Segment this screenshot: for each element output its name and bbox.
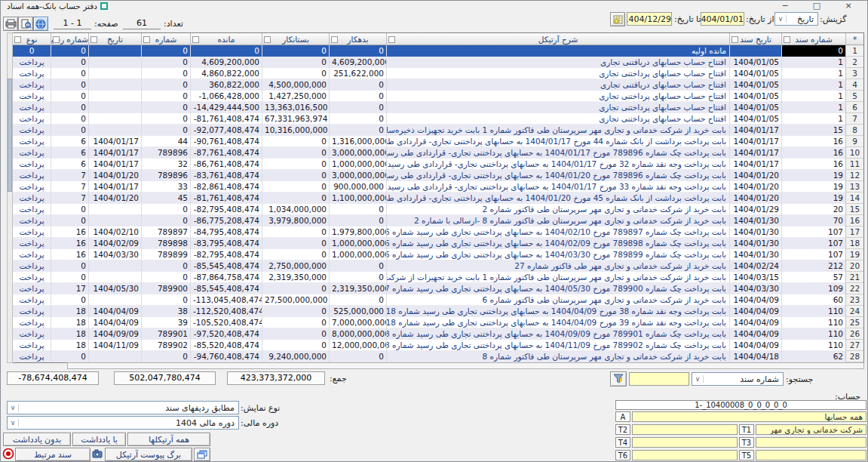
cell-type[interactable]: پرداخت [12, 340, 51, 351]
cell-credit[interactable]: 0 [262, 45, 329, 57]
ledger-row[interactable]: 202121404/02/24بابت خرید از شرکت خدماتی … [12, 260, 863, 272]
cell-n[interactable]: 3 [845, 68, 863, 79]
cell-date[interactable]: 1404/11/09 [88, 340, 141, 351]
cell-bal[interactable]: -112,520,408,474 [190, 306, 262, 317]
cell-desc[interactable]: افتتاح حساب حسابهای پرداختنی تجاری [386, 68, 729, 79]
cell-date[interactable]: 1404/01/20 [88, 192, 141, 204]
cell-ddate[interactable]: 1404/01/05 [729, 68, 781, 79]
cell-desc[interactable]: بابت خرید از شرکت خدماتی و تجاری مهر سرپ… [386, 204, 729, 215]
ledger-row[interactable]: 271101404/04/09بابت پرداخت چک شماره 7899… [12, 340, 863, 351]
search-input[interactable] [629, 372, 689, 386]
cell-doc[interactable]: 107 [781, 226, 845, 238]
column-option-box[interactable] [90, 36, 97, 43]
cell-credit[interactable]: 1,034,000,000 [262, 204, 329, 215]
cell-num[interactable]: 0 [141, 204, 190, 215]
close-button[interactable]: × [833, 1, 864, 11]
cell-credit[interactable]: 0 [262, 170, 329, 181]
cell-bal[interactable]: -1,066,428,000 [190, 91, 262, 102]
cell-debit[interactable]: 3,000,000,000 [329, 170, 386, 181]
print-preview-button[interactable] [18, 17, 33, 31]
cell-doc[interactable]: 16 [781, 147, 845, 159]
cell-date[interactable] [88, 102, 141, 113]
cell-type[interactable]: پرداخت [12, 283, 51, 294]
cell-n[interactable]: 20 [845, 260, 863, 272]
ledger-row[interactable]: 211404/01/05افتتاح حساب حسابهای دریافتنی… [12, 57, 863, 68]
ledger-row[interactable]: 23601404/04/09بابت خرید از شرکت خدماتی و… [12, 294, 863, 306]
column-header-doc[interactable]: شماره سند [781, 33, 845, 45]
cell-credit[interactable]: 0 [262, 181, 329, 192]
cell-desc[interactable]: بابت پرداخت وجه نقد شماره 33 مورخ 1404/0… [386, 181, 729, 192]
cell-bal[interactable]: -14,429,444,500 [190, 102, 262, 113]
cell-n[interactable]: 7 [845, 113, 863, 125]
cell-doc[interactable]: 19 [781, 170, 845, 181]
account-t1-tag[interactable]: T1 [739, 424, 754, 435]
cell-desc[interactable]: بابت پرداخت چک شماره 789899 مورخ 1404/03… [386, 249, 729, 260]
cell-rec[interactable]: 16 [51, 226, 88, 238]
cell-bal[interactable]: -97,520,408,474 [190, 328, 262, 340]
cell-desc[interactable]: افتتاح حساب حسابهای دریافتنی تجاری [386, 57, 729, 68]
cell-rec[interactable]: 6 [51, 136, 88, 147]
cell-n[interactable]: 2 [845, 57, 863, 68]
cell-num[interactable]: 0 [141, 79, 190, 91]
ledger-row[interactable]: 241101404/04/09بابت پرداخت وجه نقد شماره… [12, 306, 863, 317]
cell-rec[interactable]: 0 [51, 204, 88, 215]
column-header-num[interactable]: شماره [141, 33, 190, 45]
cell-type[interactable]: پرداخت [12, 306, 51, 317]
cell-desc[interactable]: بابت خرید از شرکت خدماتی و تجاری مهر سرپ… [386, 272, 729, 283]
cell-bal[interactable]: -92,077,408,474 [190, 125, 262, 136]
cell-ddate[interactable]: 1404/01/17 [729, 136, 781, 147]
cell-debit[interactable]: 2,319,350,000 [329, 283, 386, 294]
cell-type[interactable]: پرداخت [12, 181, 51, 192]
cell-ddate[interactable]: 1404/02/24 [729, 260, 781, 272]
cell-type[interactable]: پرداخت [12, 170, 51, 181]
cell-type[interactable]: پرداخت [12, 113, 51, 125]
column-option-box[interactable] [331, 36, 338, 43]
cell-rec[interactable]: 0 [51, 351, 88, 362]
cell-rec[interactable]: 0 [51, 125, 88, 136]
cell-ddate[interactable]: 1404/01/05 [729, 102, 781, 113]
to-date-input[interactable] [627, 12, 672, 26]
cell-date[interactable] [88, 351, 141, 362]
cell-n[interactable]: 14 [845, 192, 863, 204]
cell-date[interactable] [88, 68, 141, 79]
cell-num[interactable]: 39 [141, 317, 190, 328]
cell-credit[interactable]: 0 [262, 317, 329, 328]
cell-bal[interactable]: -85,545,408,474 [190, 260, 262, 272]
cell-bal[interactable]: 4,860,822,000 [190, 68, 262, 79]
cell-date[interactable] [88, 57, 141, 68]
column-option-box[interactable] [192, 36, 199, 43]
cell-ddate[interactable]: 1404/04/09 [729, 317, 781, 328]
search-field-select[interactable]: شماره سند ∨ [692, 372, 784, 386]
cell-type[interactable]: پرداخت [12, 136, 51, 147]
cell-ddate[interactable]: 1404/01/17 [729, 147, 781, 159]
cell-date[interactable]: 1404/02/09 [88, 238, 141, 249]
cell-bal[interactable]: -105,520,408,474 [190, 317, 262, 328]
cell-ddate[interactable]: 1404/03/30 [729, 283, 781, 294]
cell-credit[interactable]: 0 [262, 192, 329, 204]
ledger-row[interactable]: 511404/01/05افتتاح حساب حسابهای پرداختنی… [12, 91, 863, 102]
article-attachment-button[interactable]: برگ پیوست آرتیکل [105, 448, 192, 461]
cell-rec[interactable]: 18 [51, 317, 88, 328]
cell-rec[interactable]: 7 [51, 170, 88, 181]
print-button[interactable] [3, 17, 18, 31]
ledger-row[interactable]: 251101404/04/09بابت پرداخت وجه نقد شماره… [12, 317, 863, 328]
ledger-row[interactable]: 15201404/01/29بابت خرید از شرکت خدماتی و… [12, 204, 863, 215]
account-t2-tag[interactable]: T2 [615, 424, 630, 435]
maximize-button[interactable]: □ [801, 1, 833, 11]
cell-ddate[interactable]: 1404/04/09 [729, 294, 781, 306]
cell-doc[interactable]: 110 [781, 317, 845, 328]
cell-num[interactable]: 0 [141, 57, 190, 68]
ledger-row[interactable]: 10161404/01/17بابت پرداخت چک شماره 78989… [12, 147, 863, 159]
cell-n[interactable]: 17 [845, 226, 863, 238]
cell-bal[interactable]: -83,761,408,474 [190, 170, 262, 181]
cell-debit[interactable]: 7,000,000,000 [329, 317, 386, 328]
cell-num[interactable]: 0 [141, 294, 190, 306]
cell-doc[interactable]: 1 [781, 102, 845, 113]
camera-icon[interactable] [92, 449, 103, 458]
cell-doc[interactable]: 1 [781, 68, 845, 79]
cell-doc[interactable]: 19 [781, 181, 845, 192]
cell-debit[interactable]: 0 [329, 215, 386, 226]
cell-ddate[interactable]: 1404/01/05 [729, 79, 781, 91]
cell-bal[interactable]: -82,861,408,474 [190, 181, 262, 192]
cell-doc[interactable]: 1 [781, 113, 845, 125]
